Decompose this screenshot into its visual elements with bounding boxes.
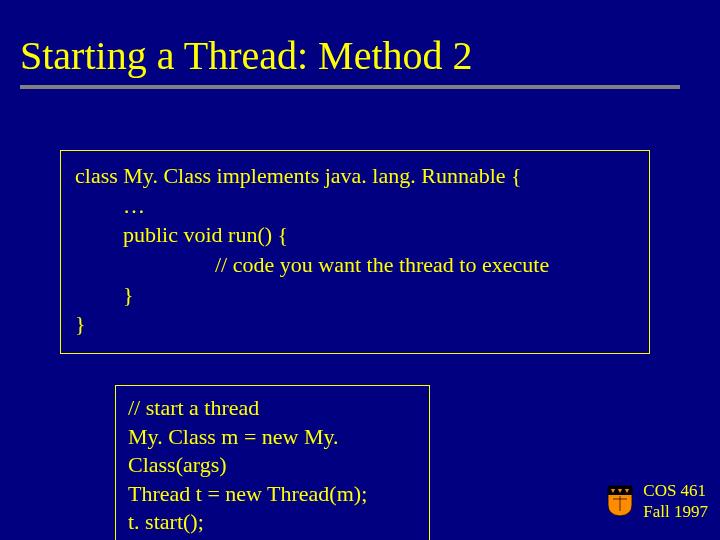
course-code: COS 461 bbox=[643, 480, 708, 501]
code-line: } bbox=[75, 280, 635, 310]
term-label: Fall 1997 bbox=[643, 501, 708, 522]
code-line: Thread t = new Thread(m); bbox=[128, 480, 417, 509]
title-area: Starting a Thread: Method 2 bbox=[0, 0, 720, 89]
code-line: // code you want the thread to execute bbox=[75, 250, 635, 280]
code-line: t. start(); bbox=[128, 508, 417, 537]
code-line: … bbox=[75, 191, 635, 221]
footer-text: COS 461 Fall 1997 bbox=[643, 480, 708, 523]
code-block-usage: // start a thread My. Class m = new My. … bbox=[115, 385, 430, 540]
footer: COS 461 Fall 1997 bbox=[607, 480, 708, 523]
code-line: class My. Class implements java. lang. R… bbox=[75, 161, 635, 191]
shield-icon bbox=[607, 485, 633, 517]
code-line: } bbox=[75, 309, 635, 339]
page-title: Starting a Thread: Method 2 bbox=[20, 32, 700, 79]
code-block-class-definition: class My. Class implements java. lang. R… bbox=[60, 150, 650, 354]
code-line: My. Class m = new My. Class(args) bbox=[128, 423, 417, 480]
code-line: public void run() { bbox=[75, 220, 635, 250]
title-underline bbox=[20, 85, 680, 89]
code-line: // start a thread bbox=[128, 394, 417, 423]
